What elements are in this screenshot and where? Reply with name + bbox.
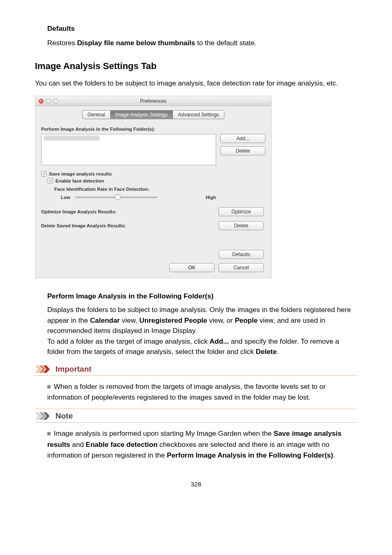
expl-people: People: [235, 317, 258, 324]
note-face: Enable face detection: [86, 441, 158, 449]
expl-p2c: .: [277, 348, 279, 356]
add-button[interactable]: Add...: [220, 134, 265, 143]
important-callout: Important When a folder is removed from …: [35, 365, 357, 409]
note-b1b: and: [70, 441, 86, 449]
face-rate-slider[interactable]: [75, 197, 157, 198]
cancel-button[interactable]: Cancel: [219, 263, 264, 272]
perform-analysis-explanation: Perform Image Analysis in the Following …: [47, 292, 357, 357]
defaults-text: Restores Display file name below thumbna…: [47, 38, 357, 49]
expl-p2a: To add a folder as the target of image a…: [47, 338, 210, 345]
ok-button[interactable]: OK: [169, 263, 214, 272]
important-label: Important: [55, 365, 92, 374]
important-text: When a folder is removed from the target…: [47, 383, 325, 401]
face-rate-slider-row: Low High: [61, 195, 265, 200]
defaults-button[interactable]: Defaults: [219, 250, 264, 259]
defaults-text-post: to the default state.: [195, 39, 256, 47]
perform-analysis-heading: Perform Image Analysis in the Following …: [47, 292, 357, 301]
note-b1a: Image analysis is performed upon startin…: [54, 430, 274, 437]
note-body: Image analysis is performed upon startin…: [35, 423, 357, 467]
delete-saved-label: Delete Saved Image Analysis Results:: [41, 223, 126, 228]
save-results-label: Save image analysis results: [49, 171, 112, 176]
bullet-icon: [47, 432, 51, 435]
slider-knob[interactable]: [115, 194, 121, 200]
slider-high-label: High: [205, 195, 216, 200]
chevron-icon: [35, 365, 52, 373]
delete-button[interactable]: Delete: [220, 146, 265, 155]
save-results-checkbox-row: Save image analysis results: [41, 171, 265, 176]
chevron-icon: [35, 412, 52, 420]
perform-analysis-body: Displays the folders to be subject to im…: [47, 305, 357, 357]
expl-calendar: Calendar: [90, 317, 120, 324]
page-title: Image Analysis Settings Tab: [35, 61, 357, 72]
note-b1d: .: [333, 451, 335, 459]
bullet-icon: [47, 385, 51, 388]
optimize-button[interactable]: Optimize: [219, 207, 264, 216]
expl-p1b: view,: [120, 317, 139, 324]
slider-low-label: Low: [61, 195, 70, 200]
page-number: 328: [35, 481, 357, 488]
tab-advanced-settings[interactable]: Advanced Settings: [173, 110, 224, 119]
tabs: General Image Analysis Settings Advanced…: [41, 110, 265, 119]
note-perform: Perform Image Analysis in the Following …: [167, 451, 333, 459]
expl-p1c: view, or: [207, 317, 235, 324]
note-label: Note: [55, 412, 73, 421]
defaults-text-pre: Restores: [47, 39, 77, 47]
expl-unregistered: Unregistered People: [139, 317, 207, 324]
enable-face-label: Enable face detection: [55, 178, 104, 183]
face-rate-label: Face Identification Rate in Face Detecti…: [54, 187, 265, 192]
folder-list[interactable]: [41, 134, 216, 165]
optimize-label: Optimize Image Analysis Results:: [41, 209, 117, 214]
important-body: When a folder is removed from the target…: [35, 376, 357, 409]
checkbox-save-results[interactable]: [41, 171, 46, 176]
expl-delete: Delete: [256, 348, 277, 356]
dialog-titlebar: Preferences: [35, 96, 271, 106]
preferences-dialog: Preferences General Image Analysis Setti…: [35, 96, 272, 278]
folder-item-blurred: [44, 136, 99, 141]
tab-general[interactable]: General: [82, 110, 111, 119]
perform-analysis-label: Perform Image Analysis in the Following …: [41, 127, 265, 132]
enable-face-checkbox-row: Enable face detection: [48, 178, 265, 183]
delete-saved-button[interactable]: Delete: [219, 221, 264, 230]
dialog-title: Preferences: [35, 98, 271, 104]
defaults-text-bold: Display file name below thumbnails: [77, 39, 195, 47]
note-heading: Note: [35, 412, 357, 423]
tab-image-analysis-settings[interactable]: Image Analysis Settings: [111, 110, 173, 119]
intro-text: You can set the folders to be subject to…: [35, 78, 357, 89]
note-callout: Note Image analysis is performed upon st…: [35, 412, 357, 467]
defaults-heading: Defaults: [47, 25, 357, 33]
important-heading: Important: [35, 365, 357, 376]
checkbox-enable-face[interactable]: [48, 178, 53, 183]
defaults-section: Defaults Restores Display file name belo…: [47, 25, 357, 49]
expl-add: Add...: [210, 338, 229, 345]
